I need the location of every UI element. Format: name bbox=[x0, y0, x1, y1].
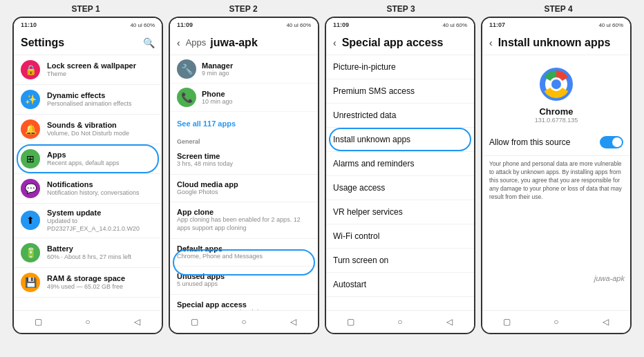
phone4-content: Chrome 131.0.6778.135 Allow from this so… bbox=[482, 55, 630, 310]
notifications-text: Notifications Notification history, conv… bbox=[47, 180, 155, 197]
nav-square[interactable]: ▢ bbox=[344, 315, 358, 329]
nav-circle[interactable]: ○ bbox=[549, 315, 563, 329]
phone2-time: 11:09 bbox=[177, 21, 193, 28]
sysupdate-text: System update Updated to PD2327JF_EX_A_1… bbox=[47, 209, 155, 233]
access-alarms[interactable]: Alarms and reminders bbox=[326, 152, 474, 176]
chrome-section: Chrome 131.0.6778.135 bbox=[482, 55, 630, 129]
step2-label: STEP 2 bbox=[167, 4, 319, 14]
nav-square[interactable]: ▢ bbox=[32, 315, 46, 329]
menu-app-clone[interactable]: App clone App cloning has been enabled f… bbox=[170, 202, 318, 238]
phone-app-name: Phone bbox=[202, 90, 233, 98]
access-unrestricted[interactable]: Unrestricted data bbox=[326, 104, 474, 128]
step1-label: STEP 1 bbox=[10, 4, 162, 14]
nav-square[interactable]: ▢ bbox=[188, 315, 202, 329]
access-pip[interactable]: Picture-in-picture bbox=[326, 55, 474, 79]
phone3-bottom-nav: ▢ ○ ◁ bbox=[326, 310, 474, 333]
phone3-title-bar: ‹ Special app access bbox=[326, 30, 474, 55]
access-usage[interactable]: Usage access bbox=[326, 176, 474, 200]
battery-icon: 🔋 bbox=[21, 243, 40, 262]
nav-square[interactable]: ▢ bbox=[500, 315, 514, 329]
phone-app-time: 10 min ago bbox=[202, 98, 233, 105]
settings-item-sysupdate[interactable]: ⬆ System update Updated to PD2327JF_EX_A… bbox=[14, 204, 162, 238]
settings-item-battery[interactable]: 🔋 Battery 60% · About 8 hrs, 27 mins lef… bbox=[14, 238, 162, 268]
app-item-phone[interactable]: 📞 Phone 10 min ago bbox=[170, 84, 318, 112]
phone-app-info: Phone 10 min ago bbox=[202, 90, 233, 105]
notifications-title: Notifications bbox=[47, 180, 155, 189]
battery-sub: 60% · About 8 hrs, 27 mins left bbox=[47, 253, 155, 261]
nav-back[interactable]: ◁ bbox=[286, 315, 300, 329]
phone2-status-bar: 11:09 40 ul 60% bbox=[170, 18, 318, 30]
ram-icon: 💾 bbox=[21, 273, 40, 292]
ram-title: RAM & storage space bbox=[47, 274, 155, 283]
menu-screen-time[interactable]: Screen time 3 hrs, 48 mins today bbox=[170, 146, 318, 175]
phone2-back-label: Apps bbox=[186, 37, 207, 48]
sysupdate-sub: Updated to PD2327JF_EX_A_14.0.21.0.W20 bbox=[47, 218, 155, 233]
nav-circle[interactable]: ○ bbox=[81, 315, 95, 329]
screen-time-sub: 3 hrs, 48 mins today bbox=[177, 160, 311, 168]
access-turnon[interactable]: Turn screen on bbox=[326, 249, 474, 273]
allow-toggle[interactable] bbox=[600, 136, 623, 148]
menu-unused-apps[interactable]: Unused apps 5 unused apps bbox=[170, 267, 318, 295]
nav-circle[interactable]: ○ bbox=[237, 315, 251, 329]
default-apps-sub: Chrome, Phone and Messages bbox=[177, 253, 311, 261]
settings-item-apps[interactable]: ⊞ Apps Recent apps, default apps bbox=[14, 144, 162, 174]
cloud-media-sub: Google Photos bbox=[177, 189, 311, 197]
access-wifi[interactable]: Wi-Fi control bbox=[326, 224, 474, 249]
phone1-title-bar: Settings 🔍 bbox=[14, 30, 162, 55]
phone3-status-bar: 11:09 40 ul 60% bbox=[326, 18, 474, 30]
settings-item-dynamic[interactable]: ✨ Dynamic effects Personalised animation… bbox=[14, 85, 162, 115]
access-autostart[interactable]: Autostart bbox=[326, 273, 474, 297]
steps-header: STEP 1 STEP 2 STEP 3 STEP 4 bbox=[0, 0, 644, 17]
nav-back[interactable]: ◁ bbox=[130, 315, 144, 329]
phone3: 11:09 40 ul 60% ‹ Special app access Pic… bbox=[325, 17, 475, 334]
step3-label: STEP 3 bbox=[325, 4, 477, 14]
ram-sub: 49% used — 65.02 GB free bbox=[47, 283, 155, 291]
phone4-status-bar: 11:07 40 ul 60% bbox=[482, 18, 630, 30]
lockscreen-text: Lock screen & wallpaper Theme bbox=[47, 61, 155, 78]
menu-default-apps[interactable]: Default apps Chrome, Phone and Messages bbox=[170, 239, 318, 267]
phone1-title: Settings bbox=[21, 37, 143, 49]
app-clone-title: App clone bbox=[177, 208, 311, 216]
settings-item-notifications[interactable]: 💬 Notifications Notification history, co… bbox=[14, 174, 162, 204]
access-install-unknown[interactable]: Install unknown apps bbox=[326, 128, 474, 152]
manager-name: Manager bbox=[202, 61, 233, 70]
dynamic-title: Dynamic effects bbox=[47, 91, 155, 100]
phone3-back-arrow[interactable]: ‹ bbox=[333, 37, 337, 48]
notifications-sub: Notification history, conversations bbox=[47, 189, 155, 197]
phone1-content: 🔒 Lock screen & wallpaper Theme ✨ Dynami… bbox=[14, 55, 162, 310]
nav-back[interactable]: ◁ bbox=[598, 315, 612, 329]
juwa-watermark: juwa-apk bbox=[594, 274, 625, 282]
phone2: 11:09 40 ul 60% ‹ Apps juwa-apk 🔧 Manage… bbox=[169, 17, 319, 334]
phone4-time: 11:07 bbox=[489, 21, 505, 28]
apps-sub: Recent apps, default apps bbox=[47, 160, 155, 167]
access-vr[interactable]: VR helper services bbox=[326, 200, 474, 224]
phone2-back-arrow[interactable]: ‹ bbox=[177, 37, 180, 48]
phones-row: 11:10 40 ul 60% Settings 🔍 🔒 Lock screen… bbox=[0, 17, 644, 357]
svg-point-3 bbox=[551, 79, 561, 89]
phone1-bottom-nav: ▢ ○ ◁ bbox=[14, 310, 162, 333]
notifications-icon: 💬 bbox=[21, 179, 40, 198]
settings-item-lockscreen[interactable]: 🔒 Lock screen & wallpaper Theme bbox=[14, 55, 162, 85]
search-icon[interactable]: 🔍 bbox=[143, 37, 155, 48]
nav-back[interactable]: ◁ bbox=[442, 315, 456, 329]
phone1-carrier: 40 ul 60% bbox=[130, 22, 155, 28]
special-access-sub: 3 apps can use unrestricted data bbox=[177, 309, 311, 310]
sounds-text: Sounds & vibration Volume, Do Not Distur… bbox=[47, 121, 155, 137]
menu-cloud-media[interactable]: Cloud media app Google Photos bbox=[170, 175, 318, 203]
nav-circle[interactable]: ○ bbox=[393, 315, 407, 329]
settings-item-ram[interactable]: 💾 RAM & storage space 49% used — 65.02 G… bbox=[14, 268, 162, 298]
install-unknown-highlight bbox=[329, 128, 471, 151]
settings-item-sounds[interactable]: 🔔 Sounds & vibration Volume, Do Not Dist… bbox=[14, 115, 162, 144]
menu-special-access[interactable]: Special app access 3 apps can use unrest… bbox=[170, 295, 318, 310]
app-item-manager[interactable]: 🔧 Manager 9 min ago bbox=[170, 55, 318, 84]
allow-label: Allow from this source bbox=[489, 137, 570, 147]
see-all[interactable]: See all 117 apps bbox=[170, 112, 318, 134]
sounds-icon: 🔔 bbox=[21, 119, 40, 139]
sysupdate-icon: ⬆ bbox=[21, 211, 40, 230]
step4-label: STEP 4 bbox=[482, 4, 634, 14]
access-sms[interactable]: Premium SMS access bbox=[326, 79, 474, 104]
phone4-back-arrow[interactable]: ‹ bbox=[489, 37, 493, 48]
lockscreen-title: Lock screen & wallpaper bbox=[47, 61, 155, 70]
phone-app-icon: 📞 bbox=[177, 88, 196, 107]
ram-text: RAM & storage space 49% used — 65.02 GB … bbox=[47, 274, 155, 291]
